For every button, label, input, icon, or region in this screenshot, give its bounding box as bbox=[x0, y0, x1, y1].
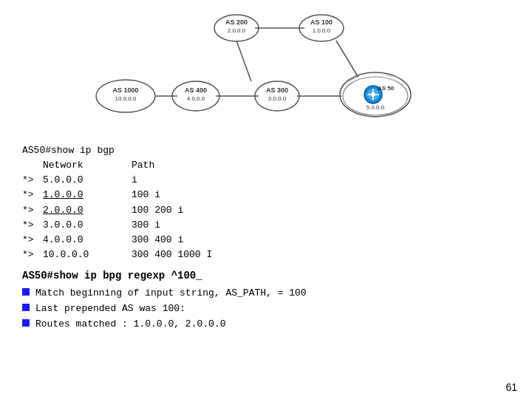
table-row: *>3.0.0.0300 i bbox=[22, 218, 510, 233]
row-marker: *> bbox=[22, 248, 43, 262]
svg-line-1 bbox=[236, 41, 251, 81]
row-path: 300 400 i bbox=[132, 233, 510, 248]
bullet-icon bbox=[22, 288, 30, 296]
table-rows: *>5.0.0.0i*>1.0.0.0100 i*>2.0.0.0100 200… bbox=[22, 173, 510, 262]
svg-text:1.0.0.0: 1.0.0.0 bbox=[313, 27, 331, 34]
row-marker: *> bbox=[22, 218, 43, 233]
row-network: 3.0.0.0 bbox=[43, 218, 132, 233]
bullet-text: Last prepended AS was 100: bbox=[35, 301, 185, 317]
row-path: 300 i bbox=[132, 218, 510, 233]
command2-line: AS50#show ip bpg regexp ^100_ bbox=[22, 270, 510, 282]
table-row: *>5.0.0.0i bbox=[22, 173, 510, 188]
table-row: *>1.0.0.0100 i bbox=[22, 188, 510, 202]
svg-text:4.0.0.0: 4.0.0.0 bbox=[187, 95, 205, 102]
row-network: 4.0.0.0 bbox=[43, 233, 132, 248]
svg-point-33 bbox=[371, 92, 375, 97]
header-spacer bbox=[22, 158, 43, 173]
bgp-table: AS50#show ip bgp Network Path *>5.0.0.0i… bbox=[22, 143, 510, 262]
regexp-section: AS50#show ip bpg regexp ^100_ Match begi… bbox=[22, 270, 510, 332]
svg-text:5.0.0.0: 5.0.0.0 bbox=[366, 104, 385, 111]
bullet-text: Routes matched : 1.0.0.0, 2.0.0.0 bbox=[35, 317, 225, 332]
bullets-list: Match beginning of input string, AS_PATH… bbox=[22, 286, 510, 332]
table-header: Network Path bbox=[22, 158, 510, 173]
bullet-item: Match beginning of input string, AS_PATH… bbox=[22, 286, 510, 301]
row-path: 100 200 i bbox=[132, 203, 510, 218]
page-number: 61 bbox=[505, 381, 517, 393]
svg-text:10.0.0.0: 10.0.0.0 bbox=[115, 95, 137, 102]
row-path: i bbox=[132, 173, 510, 188]
row-marker: *> bbox=[22, 233, 43, 248]
command1-text: AS50#show ip bgp bbox=[22, 143, 115, 158]
bullet-item: Last prepended AS was 100: bbox=[22, 301, 510, 317]
table-row: *>4.0.0.0300 400 i bbox=[22, 233, 510, 248]
table-row: *>10.0.0.0300 400 1000 I bbox=[22, 248, 510, 262]
row-marker: *> bbox=[22, 173, 43, 188]
bullet-item: Routes matched : 1.0.0.0, 2.0.0.0 bbox=[22, 317, 510, 332]
row-network: 10.0.0.0 bbox=[43, 248, 132, 262]
row-marker: *> bbox=[22, 203, 43, 218]
svg-text:AS 300: AS 300 bbox=[266, 86, 288, 94]
row-network: 1.0.0.0 bbox=[43, 188, 132, 202]
svg-text:AS 200: AS 200 bbox=[225, 18, 248, 26]
content-area: AS50#show ip bgp Network Path *>5.0.0.0i… bbox=[0, 143, 532, 332]
svg-text:3.0.0.0: 3.0.0.0 bbox=[268, 95, 287, 102]
row-path: 300 400 1000 I bbox=[132, 248, 510, 262]
svg-text:AS 1000: AS 1000 bbox=[112, 86, 138, 94]
svg-text:AS 100: AS 100 bbox=[310, 18, 332, 26]
command2-text: AS50#show ip bpg regexp ^100_ bbox=[22, 270, 202, 282]
bullet-text: Match beginning of input string, AS_PATH… bbox=[35, 286, 307, 301]
svg-text:AS 400: AS 400 bbox=[185, 86, 207, 94]
row-marker: *> bbox=[22, 188, 43, 202]
bullet-icon bbox=[22, 319, 30, 327]
row-network: 2.0.0.0 bbox=[43, 203, 132, 218]
header-network: Network bbox=[43, 158, 132, 173]
svg-text:AS 50: AS 50 bbox=[378, 85, 395, 92]
bullet-icon bbox=[22, 304, 30, 311]
table-row: *>2.0.0.0100 200 i bbox=[22, 203, 510, 218]
row-network: 5.0.0.0 bbox=[43, 173, 132, 188]
svg-text:2.0.0.0: 2.0.0.0 bbox=[228, 27, 246, 34]
network-diagram: AS 200 2.0.0.0 AS 100 1.0.0.0 AS 1000 10… bbox=[0, 0, 532, 140]
command-line-1: AS50#show ip bgp bbox=[22, 143, 510, 158]
svg-line-2 bbox=[336, 41, 360, 80]
header-path: Path bbox=[132, 158, 510, 173]
row-path: 100 i bbox=[132, 188, 510, 202]
